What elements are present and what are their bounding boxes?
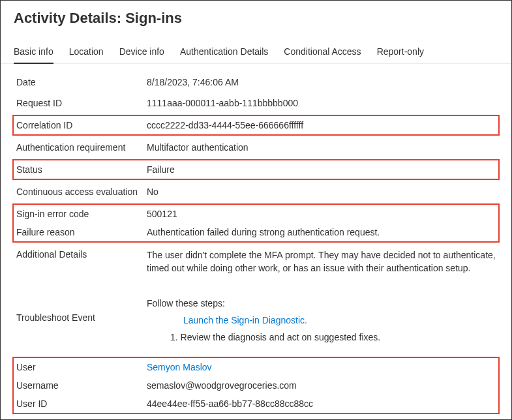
details-panel: Date 8/18/2023, 7:46:06 AM Request ID 11… <box>1 64 511 420</box>
tab-authentication-details[interactable]: Authentication Details <box>180 41 268 63</box>
value-error-code: 500121 <box>147 209 496 219</box>
value-username: semaslov@woodgrovegroceries.com <box>147 380 496 391</box>
tabs-bar: Basic info Location Device info Authenti… <box>1 41 511 64</box>
value-auth-requirement: Multifactor authentication <box>147 142 496 153</box>
row-date: Date 8/18/2023, 7:46:06 AM <box>16 72 496 93</box>
label-user: User <box>16 362 147 372</box>
tab-device-info[interactable]: Device info <box>119 41 164 63</box>
value-user-link[interactable]: Semyon Maslov <box>147 362 212 372</box>
highlight-status: Status Failure <box>12 159 500 180</box>
page-title: Activity Details: Sign-ins <box>1 1 511 41</box>
value-troubleshoot: Follow these steps: Launch the Sign-in D… <box>147 295 496 342</box>
row-error-code: Sign-in error code 500121 <box>16 205 496 223</box>
row-user: User Semyon Maslov <box>16 358 496 376</box>
row-cae: Continuous access evaluation No <box>16 181 496 202</box>
launch-diagnostic-link[interactable]: Launch the Sign-in Diagnostic. <box>147 315 496 325</box>
tab-conditional-access[interactable]: Conditional Access <box>284 41 361 63</box>
row-username: Username semaslov@woodgrovegroceries.com <box>16 376 496 395</box>
value-cae: No <box>147 187 496 197</box>
tab-report-only[interactable]: Report-only <box>377 41 424 63</box>
label-troubleshoot: Troubleshoot Event <box>16 295 147 323</box>
label-date: Date <box>16 77 147 87</box>
highlight-user: User Semyon Maslov Username semaslov@woo… <box>12 357 500 414</box>
value-user-id: 44ee44ee-ff55-aa66-bb77-88cc88cc88cc <box>147 398 496 409</box>
value-date: 8/18/2023, 7:46:06 AM <box>147 77 496 87</box>
troubleshoot-step-1: 1. Review the diagnosis and act on sugge… <box>147 332 496 342</box>
value-failure-reason: Authentication failed during strong auth… <box>147 227 496 237</box>
label-status: Status <box>16 164 147 175</box>
row-auth-requirement: Authentication requirement Multifactor a… <box>16 137 496 158</box>
highlight-error: Sign-in error code 500121 Failure reason… <box>12 203 500 243</box>
label-username: Username <box>16 380 147 391</box>
label-correlation-id: Correlation ID <box>16 120 147 130</box>
row-failure-reason: Failure reason Authentication failed dur… <box>16 223 496 241</box>
row-user-id: User ID 44ee44ee-ff55-aa66-bb77-88cc88cc… <box>16 395 496 413</box>
value-correlation-id: cccc2222-dd33-4444-55ee-666666ffffff <box>147 120 496 130</box>
row-additional-details: Additional Details The user didn't compl… <box>16 244 496 280</box>
label-request-id: Request ID <box>16 98 147 108</box>
tab-basic-info[interactable]: Basic info <box>14 41 53 63</box>
value-request-id: 1111aaa-000011-aabb-111bbbbb000 <box>147 98 496 108</box>
label-user-id: User ID <box>16 398 147 409</box>
value-status: Failure <box>147 164 496 175</box>
row-troubleshoot: Troubleshoot Event Follow these steps: L… <box>16 280 496 348</box>
row-status: Status Failure <box>16 160 496 179</box>
row-request-id: Request ID 1111aaa-000011-aabb-111bbbbb0… <box>16 93 496 113</box>
value-additional-details: The user didn't complete the MFA prompt.… <box>147 249 496 275</box>
troubleshoot-intro: Follow these steps: <box>147 298 496 308</box>
label-auth-requirement: Authentication requirement <box>16 142 147 153</box>
label-failure-reason: Failure reason <box>16 227 147 237</box>
row-correlation-id: Correlation ID cccc2222-dd33-4444-55ee-6… <box>16 116 496 134</box>
tab-location[interactable]: Location <box>69 41 104 63</box>
label-error-code: Sign-in error code <box>16 209 147 219</box>
label-cae: Continuous access evaluation <box>16 187 147 197</box>
highlight-correlation-id: Correlation ID cccc2222-dd33-4444-55ee-6… <box>12 115 500 136</box>
label-additional-details: Additional Details <box>16 249 147 260</box>
